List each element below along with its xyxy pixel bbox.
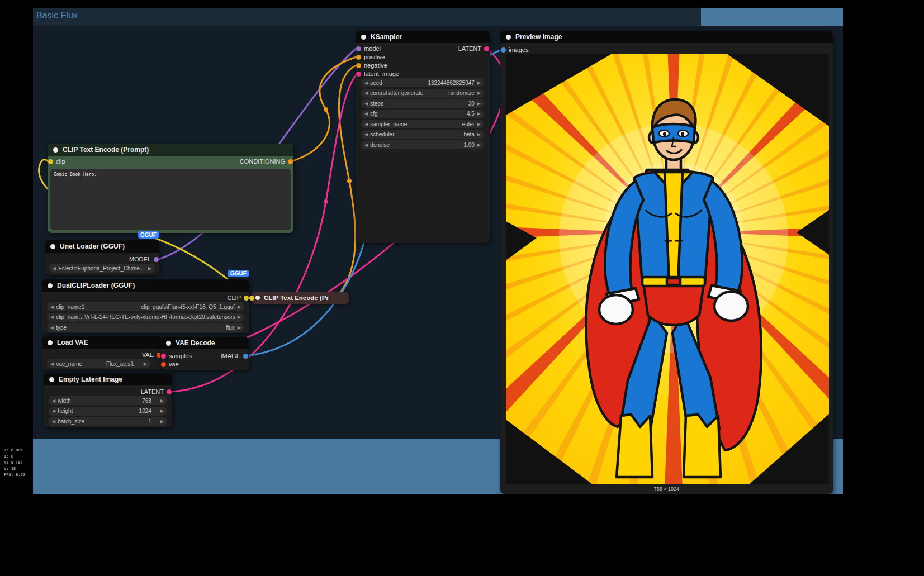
- collapse-dot-icon[interactable]: [49, 377, 54, 382]
- node-ksampler-header[interactable]: KSampler: [356, 31, 490, 43]
- node-empty-latent-image[interactable]: Empty Latent Image LATENT ◀ width 768 ▶ …: [44, 373, 172, 427]
- image-slot-icon[interactable]: [243, 354, 248, 359]
- decrement-icon[interactable]: ◀: [364, 101, 368, 106]
- decrement-icon[interactable]: ◀: [52, 419, 55, 424]
- collapse-dot-icon[interactable]: [506, 35, 511, 40]
- clip-slot-icon[interactable]: [249, 296, 254, 301]
- clip-slot-icon[interactable]: [48, 159, 53, 164]
- node-ksampler[interactable]: KSampler model positive negative latent_…: [356, 31, 490, 243]
- decrement-icon[interactable]: ◀: [364, 80, 368, 85]
- node-vae-decode-header[interactable]: VAE Decode: [160, 337, 249, 349]
- decrement-icon[interactable]: ◀: [364, 91, 368, 96]
- node-load-vae-header[interactable]: Load VAE: [42, 336, 162, 349]
- output-slot-latent[interactable]: LATENT: [458, 44, 490, 53]
- decrement-icon[interactable]: ◀: [50, 315, 54, 320]
- output-slot-vae[interactable]: VAE: [142, 350, 162, 359]
- output-slot-conditioning[interactable]: CONDITIONING: [240, 157, 293, 166]
- widget-seed[interactable]: ◀ seed 132244862825047 ▶: [361, 78, 484, 87]
- latent-slot-icon[interactable]: [167, 389, 172, 394]
- increment-icon[interactable]: ▶: [477, 142, 481, 147]
- input-slot-vae[interactable]: vae: [160, 360, 179, 369]
- latent-slot-icon[interactable]: [161, 354, 166, 359]
- image-slot-icon[interactable]: [501, 47, 506, 53]
- input-slot-positive[interactable]: positive: [356, 53, 385, 61]
- node-preview-image[interactable]: Preview Image images: [500, 31, 833, 494]
- increment-icon[interactable]: ▶: [148, 266, 151, 271]
- output-slot-model[interactable]: MODEL: [129, 255, 159, 264]
- widget-unet-name[interactable]: ◀ EclecticEuphoria_Project_Chime... ▶: [49, 264, 155, 273]
- input-slot-samples[interactable]: samples: [160, 351, 192, 360]
- increment-icon[interactable]: ▶: [238, 325, 241, 330]
- workflow-tab-bar[interactable]: Basic Flux: [33, 8, 701, 26]
- increment-icon[interactable]: ▶: [238, 315, 241, 320]
- collapse-dot-icon[interactable]: [48, 340, 53, 345]
- node-load-vae[interactable]: Load VAE VAE ◀ vae_name Flux_ae.sft ▶: [42, 336, 162, 370]
- node-dual-clip-loader-gguf[interactable]: DualCLIPLoader (GGUF) CLIP ◀ clip_name1 …: [42, 279, 249, 333]
- node-clip-text-encode-collapsed[interactable]: CLIP Text Encode (Pr: [252, 292, 349, 304]
- input-slot-clip[interactable]: clip: [48, 157, 65, 166]
- input-slot-images[interactable]: images: [500, 45, 528, 54]
- decrement-icon[interactable]: ◀: [364, 111, 368, 116]
- widget-sampler-name[interactable]: ◀ sampler_name euler ▶: [361, 120, 484, 128]
- latent-slot-icon[interactable]: [484, 46, 489, 51]
- node-preview-header[interactable]: Preview Image: [500, 31, 833, 43]
- conditioning-slot-icon[interactable]: [288, 159, 293, 164]
- prompt-textarea[interactable]: Comic Book Hero.: [50, 169, 291, 230]
- widget-steps[interactable]: ◀ steps 30 ▶: [361, 99, 484, 108]
- collapse-dot-icon[interactable]: [361, 35, 366, 40]
- increment-icon[interactable]: ▶: [238, 304, 241, 310]
- model-slot-icon[interactable]: [154, 257, 159, 262]
- decrement-icon[interactable]: ◀: [50, 325, 54, 330]
- widget-clip-name2[interactable]: ◀ clip_name2 ViT-L-14-REG-TE-only-xtreme…: [47, 313, 244, 322]
- decrement-icon[interactable]: ◀: [50, 304, 54, 310]
- output-slot-latent[interactable]: LATENT: [141, 387, 172, 396]
- increment-icon[interactable]: ▶: [160, 408, 164, 413]
- conditioning-slot-icon[interactable]: [356, 63, 361, 68]
- vae-slot-icon[interactable]: [161, 362, 166, 367]
- collapse-dot-icon[interactable]: [48, 283, 53, 288]
- model-slot-icon[interactable]: [356, 46, 361, 51]
- input-slot-negative[interactable]: negative: [356, 61, 387, 70]
- node-vae-decode[interactable]: VAE Decode samples vae IMAGE: [160, 337, 249, 370]
- increment-icon[interactable]: ▶: [477, 101, 481, 106]
- decrement-icon[interactable]: ◀: [52, 398, 55, 403]
- node-clip-text-encode-prompt[interactable]: CLIP Text Encode (Prompt) clip CONDITION…: [48, 144, 293, 233]
- widget-cfg[interactable]: ◀ cfg 4.5 ▶: [361, 110, 484, 118]
- widget-batch-size[interactable]: ◀ batch_size 1 ▶: [49, 417, 167, 426]
- widget-clip-name1[interactable]: ◀ clip_name1 clip_ggufs\Flan-t5-xxl-F16_…: [47, 302, 244, 311]
- node-unet-loader-gguf[interactable]: Unet Loader (GGUF) MODEL ◀ EclecticEupho…: [45, 240, 159, 275]
- decrement-icon[interactable]: ◀: [52, 408, 55, 413]
- tab-basic-flux[interactable]: Basic Flux: [36, 11, 78, 21]
- clip-slot-icon[interactable]: [244, 296, 249, 301]
- collapse-dot-icon[interactable]: [53, 147, 58, 153]
- decrement-icon[interactable]: ◀: [50, 361, 54, 366]
- increment-icon[interactable]: ▶: [477, 80, 481, 85]
- decrement-icon[interactable]: ◀: [364, 132, 368, 137]
- node-unet-loader-header[interactable]: Unet Loader (GGUF): [45, 240, 159, 253]
- node-clip-prompt-header[interactable]: CLIP Text Encode (Prompt): [48, 144, 293, 156]
- decrement-icon[interactable]: ◀: [364, 142, 368, 147]
- latent-slot-icon[interactable]: [356, 72, 361, 77]
- node-dual-clip-header[interactable]: DualCLIPLoader (GGUF): [42, 279, 249, 292]
- widget-height[interactable]: ◀ height 1024 ▶: [49, 407, 167, 416]
- increment-icon[interactable]: ▶: [477, 91, 481, 96]
- conditioning-slot-icon[interactable]: [356, 55, 361, 60]
- widget-vae-name[interactable]: ◀ vae_name Flux_ae.sft ▶: [47, 359, 150, 368]
- increment-icon[interactable]: ▶: [144, 361, 147, 366]
- widget-width[interactable]: ◀ width 768 ▶: [49, 396, 167, 405]
- collapse-dot-icon[interactable]: [255, 296, 260, 300]
- decrement-icon[interactable]: ◀: [53, 266, 56, 271]
- collapse-dot-icon[interactable]: [166, 341, 171, 346]
- increment-icon[interactable]: ▶: [160, 398, 164, 403]
- widget-denoise[interactable]: ◀ denoise 1.00 ▶: [361, 140, 484, 149]
- node-empty-latent-header[interactable]: Empty Latent Image: [44, 373, 172, 385]
- widget-control-after-generate[interactable]: ◀ control after generate randomize ▶: [361, 89, 484, 98]
- output-slot-image[interactable]: IMAGE: [221, 351, 249, 360]
- output-slot-clip[interactable]: CLIP: [228, 293, 249, 302]
- collapse-dot-icon[interactable]: [50, 244, 55, 249]
- widget-scheduler[interactable]: ◀ scheduler beta ▶: [361, 130, 484, 139]
- increment-icon[interactable]: ▶: [160, 419, 164, 424]
- input-slot-model[interactable]: model: [356, 44, 381, 53]
- increment-icon[interactable]: ▶: [477, 122, 481, 127]
- decrement-icon[interactable]: ◀: [364, 122, 368, 127]
